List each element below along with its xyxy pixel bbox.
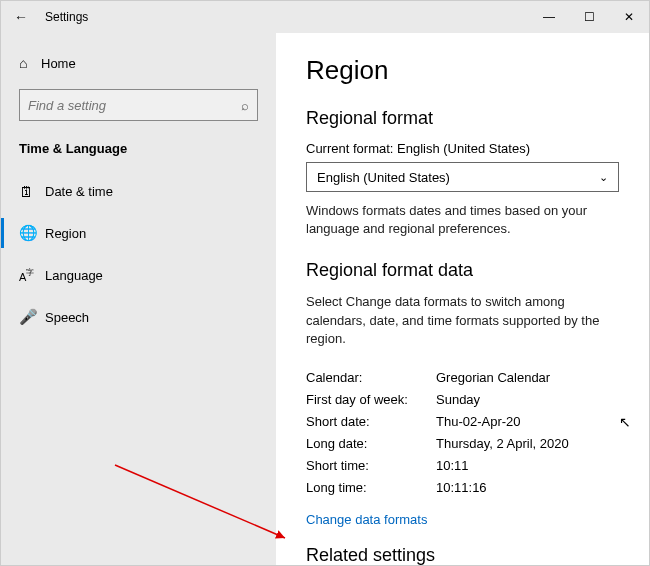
current-format-label: Current format: English (United States) xyxy=(306,141,619,156)
date-time-icon: 🗓 xyxy=(19,183,45,200)
cursor-icon: ↖ xyxy=(619,414,631,430)
sidebar-item-label: Speech xyxy=(45,310,89,325)
kv-value: 10:11 xyxy=(436,458,469,473)
change-data-formats-link[interactable]: Change data formats xyxy=(306,512,427,527)
dropdown-value: English (United States) xyxy=(317,170,450,185)
kv-value: Thu-02-Apr-20 xyxy=(436,414,521,429)
content-pane: Region Regional format Current format: E… xyxy=(276,33,649,565)
maximize-button[interactable]: ☐ xyxy=(569,1,609,33)
kv-key: Long time: xyxy=(306,480,436,495)
back-button[interactable]: ← xyxy=(1,9,41,25)
format-data-description: Select Change data formats to switch amo… xyxy=(306,293,619,348)
kv-value: 10:11:16 xyxy=(436,480,487,495)
sidebar-item-date-time[interactable]: 🗓 Date & time xyxy=(1,170,276,212)
search-icon: ⌕ xyxy=(241,98,249,113)
kv-key: Short date: xyxy=(306,414,436,429)
kv-value: Sunday xyxy=(436,392,480,407)
chevron-down-icon: ⌄ xyxy=(599,171,608,184)
search-box[interactable]: ⌕ xyxy=(19,89,258,121)
search-input[interactable] xyxy=(28,98,241,113)
window-title: Settings xyxy=(41,10,88,24)
language-icon: A字 xyxy=(19,267,45,284)
region-icon: 🌐 xyxy=(19,224,45,242)
kv-row: Short date:Thu-02-Apr-20 xyxy=(306,414,619,429)
kv-row: Calendar:Gregorian Calendar xyxy=(306,370,619,385)
titlebar: ← Settings — ☐ ✕ xyxy=(1,1,649,33)
sidebar-item-label: Date & time xyxy=(45,184,113,199)
sidebar-item-speech[interactable]: 🎤 Speech xyxy=(1,296,276,338)
section-related-settings: Related settings xyxy=(306,545,619,565)
kv-value: Thursday, 2 April, 2020 xyxy=(436,436,569,451)
sidebar-item-label: Region xyxy=(45,226,86,241)
sidebar-item-region[interactable]: 🌐 Region xyxy=(1,212,276,254)
kv-key: Calendar: xyxy=(306,370,436,385)
format-dropdown[interactable]: English (United States) ⌄ xyxy=(306,162,619,192)
section-regional-format-data: Regional format data xyxy=(306,260,619,281)
kv-key: First day of week: xyxy=(306,392,436,407)
section-regional-format: Regional format xyxy=(306,108,619,129)
kv-key: Long date: xyxy=(306,436,436,451)
sidebar: ⌂ Home ⌕ Time & Language 🗓 Date & time 🌐… xyxy=(1,33,276,565)
home-icon: ⌂ xyxy=(19,55,41,71)
sidebar-item-language[interactable]: A字 Language xyxy=(1,254,276,296)
close-button[interactable]: ✕ xyxy=(609,1,649,33)
page-title: Region xyxy=(306,55,619,86)
minimize-button[interactable]: — xyxy=(529,1,569,33)
kv-row: Long date:Thursday, 2 April, 2020 xyxy=(306,436,619,451)
format-description: Windows formats dates and times based on… xyxy=(306,202,619,238)
sidebar-home[interactable]: ⌂ Home xyxy=(1,43,276,83)
kv-row: First day of week:Sunday xyxy=(306,392,619,407)
kv-row: Long time:10:11:16 xyxy=(306,480,619,495)
kv-key: Short time: xyxy=(306,458,436,473)
kv-value: Gregorian Calendar xyxy=(436,370,550,385)
sidebar-group-title: Time & Language xyxy=(1,137,276,170)
speech-icon: 🎤 xyxy=(19,308,45,326)
sidebar-home-label: Home xyxy=(41,56,76,71)
kv-row: Short time:10:11 xyxy=(306,458,619,473)
sidebar-item-label: Language xyxy=(45,268,103,283)
